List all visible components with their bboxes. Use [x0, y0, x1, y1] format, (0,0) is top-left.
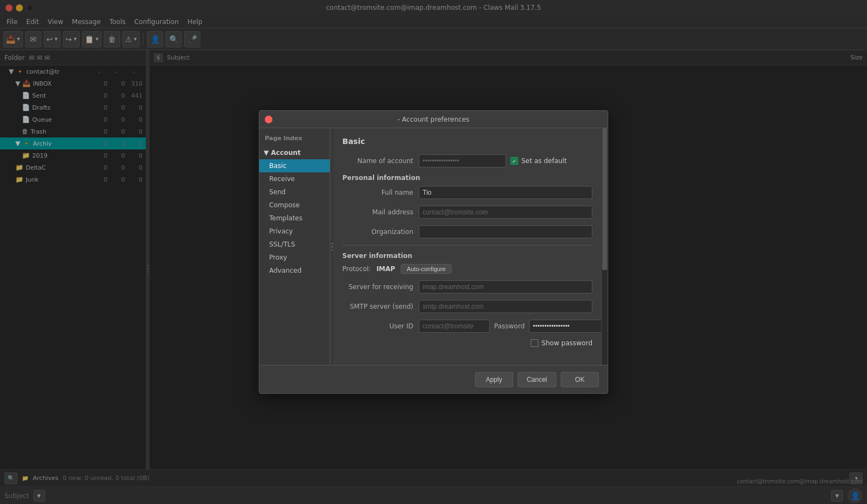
set-default-label: Set as default [521, 157, 567, 165]
account-expand-arrow: ▼ [264, 149, 269, 157]
nav-receive-label: Receive [269, 175, 295, 183]
full-name-label: Full name [342, 189, 419, 196]
server-info-title: Server information [342, 252, 592, 260]
nav-account[interactable]: ▼ Account [259, 146, 330, 159]
account-name-input[interactable] [419, 154, 506, 167]
scrollbar-thumb[interactable] [602, 128, 607, 270]
password-input[interactable] [529, 320, 601, 333]
mail-address-label: Mail address [342, 208, 419, 216]
nav-privacy-label: Privacy [269, 227, 293, 235]
mail-address-row: Mail address [342, 206, 592, 219]
nav-ssltls[interactable]: SSL/TLS [259, 238, 330, 251]
nav-basic-label: Basic [269, 162, 287, 170]
userid-password-row: User ID Password [342, 320, 592, 333]
show-password-row: Show password [342, 339, 592, 347]
page-index-label: Page Index [259, 133, 330, 146]
protocol-row: Protocol: IMAP Auto-configure [342, 264, 592, 274]
nav-advanced[interactable]: Advanced [259, 264, 330, 277]
account-name-row: Name of account Set as default [342, 154, 592, 167]
dialog-title: - Account preferences [397, 116, 470, 123]
userid-label: User ID [342, 322, 419, 330]
server-receiving-input[interactable] [419, 280, 592, 293]
protocol-value: IMAP [376, 265, 395, 273]
apply-button[interactable]: Apply [475, 372, 513, 387]
dialog-body: Page Index ▼ Account Basic Receive Send [259, 128, 608, 365]
userid-input[interactable] [419, 320, 490, 333]
nav-advanced-label: Advanced [269, 267, 301, 274]
smtp-server-input[interactable] [419, 300, 592, 313]
personal-info-title: Personal information [342, 174, 592, 182]
nav-receive[interactable]: Receive [259, 172, 330, 185]
dialog-sidebar: Page Index ▼ Account Basic Receive Send [259, 128, 330, 365]
cancel-button[interactable]: Cancel [518, 372, 556, 387]
dialog-close-button[interactable] [265, 116, 272, 123]
nav-send[interactable]: Send [259, 185, 330, 199]
account-name-label: Name of account [342, 157, 419, 165]
nav-proxy[interactable]: Proxy [259, 251, 330, 264]
smtp-server-label: SMTP server (send) [342, 303, 419, 310]
nav-proxy-label: Proxy [269, 254, 287, 261]
set-default-group: Set as default [510, 157, 567, 165]
smtp-server-row: SMTP server (send) [342, 300, 592, 313]
nav-templates[interactable]: Templates [259, 212, 330, 225]
full-name-row: Full name document.querySelector('[data-… [342, 186, 592, 199]
section-divider-1 [342, 245, 592, 245]
dialog-scrollbar[interactable] [601, 128, 608, 365]
server-receiving-label: Server for receiving [342, 283, 419, 291]
nav-privacy[interactable]: Privacy [259, 225, 330, 238]
show-password-checkbox[interactable] [531, 339, 538, 347]
nav-ssltls-label: SSL/TLS [269, 241, 295, 248]
auto-configure-button[interactable]: Auto-configure [401, 264, 452, 274]
show-password-label: Show password [542, 339, 592, 347]
ok-button[interactable]: OK [561, 372, 599, 387]
password-label: Password [494, 322, 525, 330]
dialog-footer: Apply Cancel OK [259, 365, 608, 393]
dialog-content: Basic Name of account Set as default Per… [334, 128, 601, 365]
dialog-overlay: - Account preferences Page Index ▼ Accou… [0, 0, 867, 504]
account-preferences-dialog: - Account preferences Page Index ▼ Accou… [259, 110, 608, 394]
basic-section-title: Basic [342, 137, 592, 146]
nav-compose-label: Compose [269, 201, 300, 209]
nav-send-label: Send [269, 188, 286, 196]
mail-address-input[interactable] [419, 206, 592, 219]
dialog-titlebar: - Account preferences [259, 111, 608, 128]
nav-compose[interactable]: Compose [259, 199, 330, 212]
organization-row: Organization [342, 225, 592, 238]
nav-templates-label: Templates [269, 214, 302, 222]
full-name-input[interactable] [419, 186, 592, 199]
nav-account-label: Account [271, 149, 301, 157]
set-default-checkbox[interactable] [510, 157, 518, 165]
organization-input[interactable] [419, 225, 592, 238]
protocol-label: Protocol: [342, 265, 371, 273]
nav-basic[interactable]: Basic [259, 159, 330, 172]
server-receiving-row: Server for receiving [342, 280, 592, 293]
organization-label: Organization [342, 228, 419, 236]
